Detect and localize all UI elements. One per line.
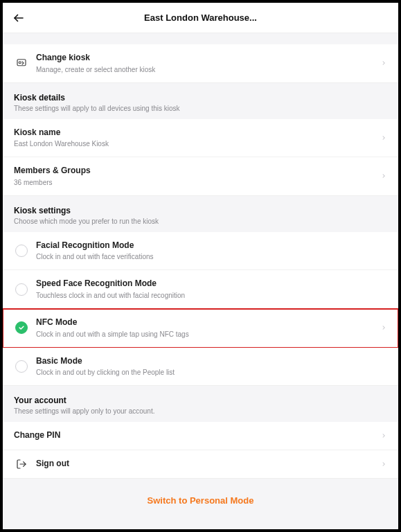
row-title: NFC Mode xyxy=(36,317,380,328)
page-title: East London Warehouse... xyxy=(144,12,257,23)
back-button[interactable] xyxy=(12,12,25,24)
page-header: East London Warehouse... xyxy=(3,3,398,33)
row-subtitle: Clock in and out with face verifications xyxy=(36,252,387,261)
row-subtitle: Clock in and out with a simple tap using… xyxy=(36,330,380,339)
chevron-right-icon xyxy=(380,432,387,439)
radio-checked-icon xyxy=(15,321,28,334)
row-title: Change PIN xyxy=(14,430,380,441)
your-account-header: Your account These settings will apply o… xyxy=(3,386,398,422)
section-title: Kiosk details xyxy=(14,93,387,103)
section-subtitle: These settings will apply to all devices… xyxy=(14,105,387,112)
arrow-left-icon xyxy=(12,12,25,24)
change-kiosk-row[interactable]: Change kiosk Manage, create or select an… xyxy=(3,44,398,82)
chevron-right-icon xyxy=(380,60,387,66)
section-subtitle: Choose which mode you prefer to run the … xyxy=(14,218,387,225)
members-groups-row[interactable]: Members & Groups 36 members xyxy=(3,157,398,195)
kiosk-name-row[interactable]: Kiosk name East London Warehouse Kiosk xyxy=(3,119,398,158)
chevron-right-icon xyxy=(380,134,387,141)
mode-facial-recognition[interactable]: Facial Recognition Mode Clock in and out… xyxy=(3,232,398,271)
svg-point-2 xyxy=(19,62,21,64)
kiosk-settings-header: Kiosk settings Choose which mode you pre… xyxy=(3,196,398,232)
row-title: Change kiosk xyxy=(36,53,380,64)
sign-out-row[interactable]: Sign out xyxy=(3,450,398,478)
row-title: Speed Face Recognition Mode xyxy=(36,278,387,290)
kiosk-details-header: Kiosk details These settings will apply … xyxy=(3,83,398,119)
row-title: Kiosk name xyxy=(14,127,380,139)
row-title: Members & Groups xyxy=(14,166,380,177)
section-title: Your account xyxy=(14,396,387,405)
radio-unchecked-icon xyxy=(15,245,28,257)
radio-unchecked-icon xyxy=(15,283,28,296)
change-pin-row[interactable]: Change PIN xyxy=(3,422,398,450)
row-title: Facial Recognition Mode xyxy=(36,240,387,251)
chevron-right-icon xyxy=(380,324,387,331)
radio-unchecked-icon xyxy=(15,360,28,373)
mode-nfc[interactable]: NFC Mode Clock in and out with a simple … xyxy=(3,309,398,348)
row-subtitle: 36 members xyxy=(14,178,380,187)
mode-speed-face[interactable]: Speed Face Recognition Mode Touchless cl… xyxy=(3,270,398,309)
kiosk-icon xyxy=(15,57,28,69)
section-title: Kiosk settings xyxy=(14,206,387,215)
row-subtitle: Manage, create or select another kiosk xyxy=(36,65,380,74)
row-title: Sign out xyxy=(36,459,380,470)
row-subtitle: Clock in and out by clicking on the Peop… xyxy=(36,368,387,377)
switch-personal-mode-link[interactable]: Switch to Personal Mode xyxy=(3,479,398,522)
mode-basic[interactable]: Basic Mode Clock in and out by clicking … xyxy=(3,348,398,386)
chevron-right-icon xyxy=(380,172,387,179)
row-subtitle: East London Warehouse Kiosk xyxy=(14,139,380,148)
row-subtitle: Touchless clock in and out with facial r… xyxy=(36,291,387,300)
section-subtitle: These settings will apply only to your a… xyxy=(14,407,387,415)
sign-out-icon xyxy=(16,459,27,470)
chevron-right-icon xyxy=(380,461,387,468)
row-title: Basic Mode xyxy=(36,356,387,367)
